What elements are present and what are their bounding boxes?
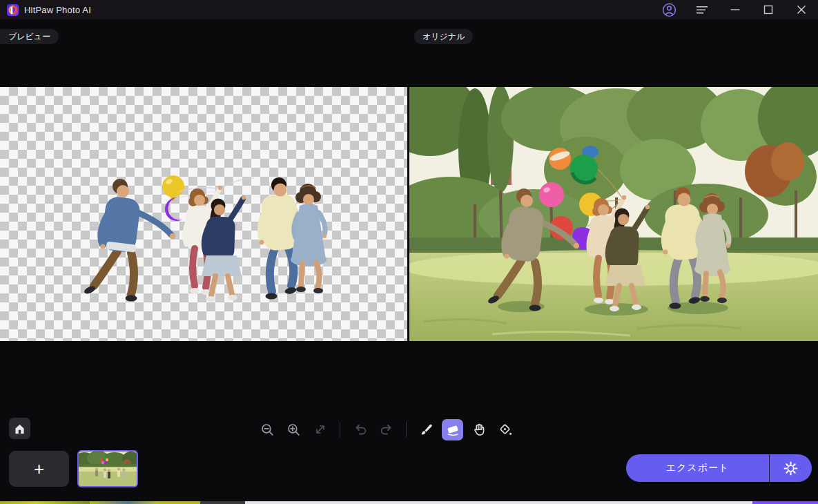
original-canvas[interactable] (409, 87, 818, 341)
menu-icon[interactable] (685, 0, 719, 19)
cutout-purple-brush-stroke (165, 197, 182, 221)
canvas-area (0, 87, 818, 341)
thumbnail-image (79, 452, 137, 486)
export-button-group: エクスポート (626, 454, 812, 482)
fill-bucket-tool-button[interactable] (494, 419, 516, 440)
eraser-icon (445, 422, 460, 437)
brush-tool-button[interactable] (416, 419, 437, 440)
sliver-segment (159, 501, 200, 504)
minimize-icon[interactable] (719, 0, 752, 19)
toolbar (0, 416, 818, 443)
preview-cutout-image (0, 87, 407, 341)
app-title: HitPaw Photo AI (24, 5, 91, 15)
zoom-out-button[interactable] (257, 419, 278, 440)
undo-button[interactable] (349, 419, 371, 440)
cutout-yellow-balloon (162, 175, 184, 202)
brush-icon (419, 422, 434, 437)
background-window-sliver (0, 501, 818, 504)
plus-icon: + (34, 458, 44, 480)
sliver-segment (200, 501, 245, 504)
sliver-segment (90, 501, 159, 504)
preview-label: プレビュー (0, 29, 59, 44)
toolbar-divider (406, 422, 407, 437)
cutout-boy-blue (83, 179, 175, 302)
export-settings-button[interactable] (770, 454, 812, 482)
eraser-tool-button[interactable] (442, 419, 463, 440)
app-logo-icon (7, 4, 19, 16)
preview-canvas[interactable] (0, 87, 407, 341)
fill-bucket-icon (498, 422, 513, 437)
sliver-segment (752, 501, 818, 504)
zoom-in-button[interactable] (283, 419, 304, 440)
original-label: オリジナル (414, 29, 473, 44)
gear-icon (783, 461, 799, 476)
image-thumbnail[interactable] (77, 450, 138, 487)
original-photo (409, 87, 818, 341)
fit-expand-button[interactable] (309, 419, 331, 440)
sliver-segment (0, 501, 90, 504)
titlebar: HitPaw Photo AI (0, 0, 818, 19)
hand-pan-tool-button[interactable] (468, 419, 489, 440)
home-icon (13, 422, 26, 435)
sliver-segment (245, 501, 752, 504)
redo-button[interactable] (376, 419, 397, 440)
home-button[interactable] (9, 418, 30, 439)
close-icon[interactable] (785, 0, 818, 19)
add-image-button[interactable]: + (9, 451, 69, 487)
maximize-icon[interactable] (752, 0, 785, 19)
toolbar-divider (340, 422, 340, 437)
hitpaw-photo-ai-window: HitPaw Photo AI (0, 0, 818, 504)
footer: + (0, 447, 818, 490)
export-button[interactable]: エクスポート (626, 454, 769, 482)
account-icon[interactable] (652, 0, 685, 19)
hand-icon (471, 422, 487, 437)
